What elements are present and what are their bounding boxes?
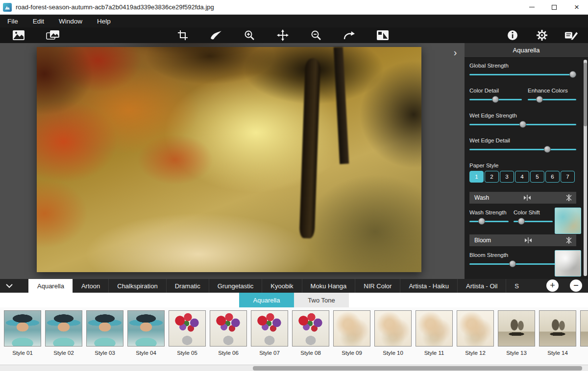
- flip-icon[interactable]: [524, 237, 532, 243]
- info-icon[interactable]: [506, 29, 519, 42]
- paper-style-4-button[interactable]: 4: [515, 171, 529, 183]
- style-item-style-09[interactable]: Style 09: [333, 310, 370, 365]
- slider-handle[interactable]: [536, 96, 543, 103]
- collapse-strip-chevron-icon[interactable]: [0, 279, 28, 293]
- tab-s[interactable]: S: [506, 279, 527, 293]
- style-item-style-08[interactable]: Style 08: [292, 310, 329, 365]
- brush-icon[interactable]: [209, 29, 223, 42]
- slider-handle[interactable]: [478, 218, 485, 225]
- flowers-style-thumbnail[interactable]: [251, 310, 288, 347]
- tab-artista-haiku[interactable]: Artista - Haiku: [400, 279, 457, 293]
- zoom-in-icon[interactable]: [243, 29, 256, 42]
- pale-style-thumbnail[interactable]: [374, 310, 412, 347]
- wash-preview-swatch[interactable]: [555, 208, 581, 234]
- subtab-two-tone[interactable]: Two Tone: [294, 293, 349, 307]
- effects-styles-icon[interactable]: [564, 29, 578, 42]
- ship-style-thumbnail[interactable]: [539, 310, 576, 347]
- paper-style-2-button[interactable]: 2: [485, 171, 499, 183]
- pale-style-thumbnail[interactable]: [333, 310, 370, 347]
- slider-handle[interactable]: [509, 260, 516, 267]
- tab-aquarella[interactable]: Aquarella: [28, 279, 73, 293]
- portrait-style-thumbnail[interactable]: [86, 310, 123, 347]
- tab-dramatic[interactable]: Dramatic: [166, 279, 209, 293]
- enhance-colors-slider[interactable]: [528, 96, 576, 103]
- close-button[interactable]: ×: [565, 0, 588, 14]
- flip-icon[interactable]: [523, 195, 531, 201]
- flowers-style-thumbnail[interactable]: [292, 310, 329, 347]
- zoom-out-icon[interactable]: [309, 29, 323, 42]
- slider-handle[interactable]: [519, 121, 526, 128]
- color-detail-slider[interactable]: [469, 96, 522, 103]
- presets-library-icon[interactable]: [46, 29, 60, 42]
- wet-edge-strength-slider[interactable]: [469, 121, 576, 128]
- flowers-style-thumbnail[interactable]: [169, 310, 206, 347]
- style-item-style-04[interactable]: Style 04: [127, 310, 165, 365]
- minimize-button[interactable]: [520, 0, 543, 14]
- menu-edit[interactable]: Edit: [25, 15, 51, 27]
- pale-style-thumbnail[interactable]: [416, 310, 453, 347]
- style-item-style-03[interactable]: Style 03: [86, 310, 123, 365]
- style-item-style-10[interactable]: Style 10: [374, 310, 412, 365]
- ship-style-thumbnail[interactable]: [498, 310, 535, 347]
- panel-scrollbar-thumb[interactable]: [584, 63, 587, 126]
- pan-icon[interactable]: [276, 29, 290, 42]
- portrait-style-thumbnail[interactable]: [4, 310, 41, 347]
- paper-style-7-button[interactable]: 7: [561, 171, 575, 183]
- tab-kyoobik[interactable]: Kyoobik: [262, 279, 301, 293]
- paper-style-1-button[interactable]: 1: [469, 171, 484, 183]
- slider-handle[interactable]: [518, 218, 525, 225]
- menu-file[interactable]: File: [0, 15, 25, 27]
- style-item-style-12[interactable]: Style 12: [457, 310, 494, 365]
- ship-style-thumbnail[interactable]: [580, 310, 588, 347]
- canvas-area[interactable]: ›: [0, 43, 465, 279]
- bloom-preview-swatch[interactable]: [555, 250, 581, 277]
- style-item-style-11[interactable]: Style 11: [416, 310, 453, 365]
- wet-edge-detail-slider[interactable]: [469, 146, 576, 153]
- edited-image[interactable]: [37, 47, 421, 272]
- remove-button[interactable]: −: [570, 279, 582, 292]
- wash-section-header[interactable]: Wash: [469, 192, 576, 204]
- frame-preview-icon[interactable]: [376, 29, 390, 42]
- global-strength-slider[interactable]: [469, 71, 576, 78]
- bloom-section-header[interactable]: Bloom: [469, 234, 576, 246]
- horizontal-scrollbar-thumb[interactable]: [253, 366, 582, 371]
- style-item-s[interactable]: S: [580, 310, 588, 365]
- horizontal-scrollbar[interactable]: [0, 365, 588, 371]
- tab-artoon[interactable]: Artoon: [73, 279, 108, 293]
- menu-window[interactable]: Window: [51, 15, 90, 27]
- panel-scrollbar[interactable]: [584, 60, 587, 276]
- style-item-style-13[interactable]: Style 13: [498, 310, 535, 365]
- portrait-style-thumbnail[interactable]: [45, 310, 82, 347]
- portrait-style-thumbnail[interactable]: [127, 310, 165, 347]
- style-item-style-05[interactable]: Style 05: [169, 310, 206, 365]
- bloom-strength-slider[interactable]: [469, 260, 556, 268]
- paper-style-5-button[interactable]: 5: [530, 171, 544, 183]
- settings-gear-icon[interactable]: [535, 29, 549, 42]
- style-item-style-07[interactable]: Style 07: [251, 310, 288, 365]
- add-button[interactable]: +: [546, 279, 559, 292]
- tab-nir-color[interactable]: NIR Color: [355, 279, 400, 293]
- randomize-icon[interactable]: [565, 237, 572, 244]
- panel-collapse-chevron-icon[interactable]: ›: [450, 47, 461, 58]
- crop-icon[interactable]: [176, 29, 190, 42]
- tab-moku-hanga[interactable]: Moku Hanga: [302, 279, 355, 293]
- paper-style-6-button[interactable]: 6: [545, 171, 560, 183]
- maximize-button[interactable]: [543, 0, 565, 14]
- style-item-style-06[interactable]: Style 06: [210, 310, 247, 365]
- menu-help[interactable]: Help: [90, 15, 118, 27]
- paper-style-3-button[interactable]: 3: [500, 171, 514, 183]
- slider-handle[interactable]: [492, 96, 499, 103]
- style-item-style-01[interactable]: Style 01: [4, 310, 41, 365]
- slider-handle[interactable]: [544, 146, 551, 153]
- style-item-style-02[interactable]: Style 02: [45, 310, 82, 365]
- color-shift-slider[interactable]: [514, 218, 553, 225]
- tab-artista-oil[interactable]: Artista - Oil: [457, 279, 506, 293]
- tab-grungetastic[interactable]: Grungetastic: [209, 279, 262, 293]
- wash-strength-slider[interactable]: [469, 218, 509, 225]
- slider-handle[interactable]: [569, 71, 576, 78]
- tab-chalkspiration[interactable]: Chalkspiration: [108, 279, 166, 293]
- redo-icon[interactable]: [343, 29, 356, 42]
- subtab-aquarella[interactable]: Aquarella: [239, 293, 294, 307]
- image-preview-icon[interactable]: [12, 29, 25, 42]
- flowers-style-thumbnail[interactable]: [210, 310, 247, 347]
